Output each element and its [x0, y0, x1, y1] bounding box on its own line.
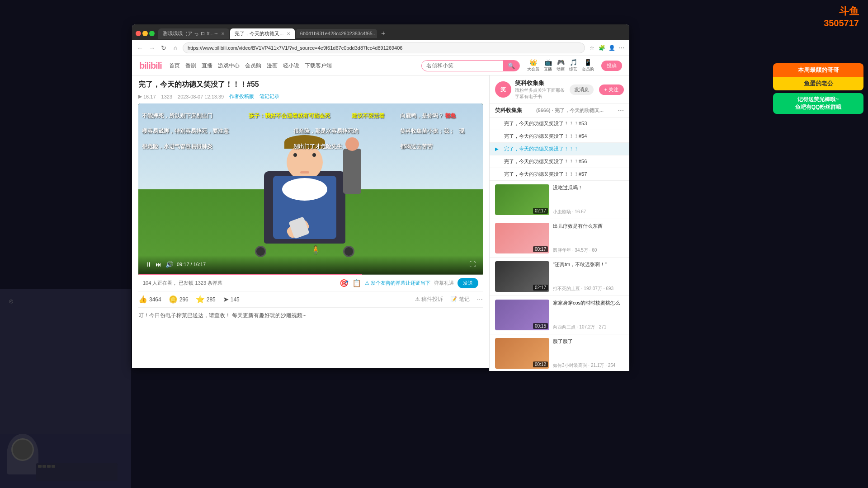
tab-2[interactable]: 完了，今天的功德又... ✕ — [230, 28, 294, 39]
video-player[interactable]: 不能摔死，所以别下床别出门 楼容易崴脚，特别容易摔死，要注意 很危险，水进气管容… — [138, 103, 483, 275]
fullscreen-button[interactable]: ⛶ — [469, 261, 476, 268]
coin-button[interactable]: 🪙 296 — [169, 295, 189, 304]
sidebar-scroll-area[interactable]: 完了，今天的功德又笑没了！！！#53 完了，今天的功德又笑没了！！！#54 ▶ … — [490, 117, 629, 371]
menu-icon[interactable]: ⋯ — [618, 44, 626, 52]
tab-1[interactable]: 测哦哦哦（ア っ ロ #...→ ✕ — [158, 28, 229, 39]
close-btn[interactable] — [136, 31, 141, 36]
rec-thumb-3: 00:15 — [495, 300, 549, 330]
send-danmaku-button[interactable]: 发送 — [458, 278, 478, 288]
playlist-item-54[interactable]: 完了，今天的功德又笑没了！！！#54 — [490, 130, 629, 143]
barrage-list-icon[interactable]: 📋 — [352, 279, 361, 287]
key — [47, 465, 51, 468]
view-count: 16.17 — [143, 94, 156, 99]
new-tab-button[interactable]: + — [378, 28, 389, 39]
nav-download[interactable]: 下载客户端 — [305, 62, 332, 70]
icon-member-purchase[interactable]: 📱 会员购 — [582, 59, 594, 72]
tab-bar: 测哦哦哦（ア っ ロ #...→ ✕ 完了，今天的功德又... ✕ 6b041b… — [132, 24, 629, 40]
playlist-item-current[interactable]: ▶ 完了，今天的功德又笑没了！！！ — [490, 143, 629, 155]
navigation-bar: 首页 番剧 直播 游戏中心 会员购 漫画 轻小说 下载客户端 — [169, 62, 332, 70]
like-button[interactable]: 👍 3464 — [138, 295, 161, 304]
next-button[interactable]: ⏭ — [156, 261, 162, 268]
rec-info-3: 家家身穿cos的时时枚蜜桃怎么 向西两三点 · 107.2万 · 271 — [553, 300, 624, 330]
extensions-icon[interactable]: 🧩 — [598, 44, 606, 52]
nav-home[interactable]: 首页 — [169, 62, 180, 70]
url-input[interactable] — [183, 42, 585, 53]
playlist-item-53[interactable]: 完了，今天的功德又笑没了！！！#53 — [490, 117, 629, 130]
rec-thumb-1: 00:17 — [495, 223, 549, 253]
back-button[interactable]: ← — [136, 43, 145, 52]
follow-button[interactable]: + 关注 — [599, 84, 624, 95]
fan-body — [7, 434, 38, 474]
forward-button[interactable]: → — [147, 43, 156, 52]
nav-comic[interactable]: 漫画 — [267, 62, 278, 70]
coin-icon: 🪙 — [169, 295, 178, 304]
nav-manga[interactable]: 番剧 — [185, 62, 196, 70]
collect-count: 285 — [207, 296, 216, 303]
share-button[interactable]: ➤ 145 — [223, 295, 240, 304]
playlist-item-label: 完了，今天的功德又笑没了！！！#56 — [504, 158, 587, 165]
playlist-item-57[interactable]: 完了，今天的功德又笑没了！！！#57 — [490, 168, 629, 181]
danmaku-settings-label[interactable]: 弹幕礼遇 — [434, 280, 454, 286]
address-bar: ← → ↻ ⌂ ☆ 🧩 👤 ⋯ — [132, 40, 629, 56]
barrage-settings-icon[interactable]: 🎯 — [340, 279, 349, 287]
video-title: 完了，今天的功德又笑没了！！！#55 — [138, 80, 483, 89]
rec-card-0[interactable]: 02:17 没吃过瓜吗！ 小虫剧场 · 16.67 — [490, 181, 629, 219]
minimize-btn[interactable] — [142, 31, 148, 36]
adult-head — [345, 137, 359, 151]
tab-3[interactable]: 6b041b931e428cc2602383c4f65... ✕ — [296, 29, 377, 38]
refresh-button[interactable]: ↻ — [159, 43, 168, 52]
playlist-item-56[interactable]: 完了，今天的功德又笑没了！！！#56 — [490, 155, 629, 168]
account-icon[interactable]: 👤 — [608, 44, 616, 52]
notes-link[interactable]: 笔记记录 — [259, 93, 279, 100]
search-input[interactable] — [422, 61, 503, 70]
nav-live[interactable]: 直播 — [202, 62, 212, 70]
upload-button[interactable]: 投稿 — [601, 61, 622, 71]
maximize-btn[interactable] — [149, 31, 155, 36]
report-icon[interactable]: ⚠ 发个友善的弹幕让还证当下 — [365, 280, 430, 286]
variety-label: 综艺 — [569, 66, 577, 72]
rec-card-3[interactable]: 00:15 家家身穿cos的时时枚蜜桃怎么 向西两三点 · 107.2万 · 2… — [490, 296, 629, 334]
volume-icon[interactable]: 🔊 — [165, 261, 173, 268]
playlist-item-label: 完了，今天的功德又笑没了！！！#54 — [504, 133, 587, 140]
stroller-frame — [246, 158, 363, 257]
video-description: 叮！今日份电子榨菜已送达，请查收！ 每天更新有趣好玩的沙雕视频~ — [138, 311, 483, 320]
rec-title-2: "还真tm，不敢迟张啊！" — [553, 261, 624, 268]
video-meta: ▶ 16.17 1323 2023-08-07 12:13:39 作者投稿版 笔… — [138, 93, 483, 100]
nav-member[interactable]: 会员购 — [245, 62, 261, 70]
progress-track[interactable] — [138, 274, 483, 275]
playlist-more-icon[interactable]: ⋯ — [618, 107, 624, 114]
search-button[interactable]: 🔍 — [503, 61, 519, 71]
report-link[interactable]: ⚠ 稿件投诉 — [415, 296, 443, 303]
channel-info: 笑 笑科收集集 请粉丝多点关注下面那条字幕有电子书 发消息 + 关注 — [490, 75, 629, 104]
nav-game[interactable]: 游戏中心 — [218, 62, 240, 70]
playlist-play-icon: ▶ — [495, 146, 501, 151]
vip-label: 大会员 — [527, 66, 539, 72]
bilibili-logo[interactable]: bilibili — [139, 61, 162, 71]
nav-novel[interactable]: 轻小说 — [283, 62, 299, 70]
author-label: 作者投稿版 — [229, 93, 254, 100]
key — [42, 465, 46, 468]
icon-anime[interactable]: 🎮 动画 — [557, 59, 565, 72]
video-bottom-controls[interactable]: ⏸ ⏭ 🔊 09:17 / 16:17 ⛶ — [138, 255, 483, 275]
progress-fill — [138, 274, 362, 275]
rec-card-2[interactable]: 02:17 "还真tm，不敢迟张啊！" 打不死的土豆 · 192.07万 · 6… — [490, 258, 629, 296]
rec-card-4[interactable]: 00:12 服了服了 如何3小时装高兴 · 21.1万 · 254 — [490, 334, 629, 371]
note-link[interactable]: 📝 笔记 — [450, 296, 469, 303]
collect-button[interactable]: ⭐ 285 — [196, 295, 216, 304]
icon-vip[interactable]: 👑 大会员 — [527, 59, 539, 72]
icon-variety[interactable]: 🎵 综艺 — [569, 59, 577, 72]
notes-meta[interactable]: 笔记记录 — [259, 93, 279, 100]
home-button[interactable]: ⌂ — [171, 43, 180, 52]
bookmark-icon[interactable]: ☆ — [588, 44, 596, 52]
play-button[interactable]: ⏸ — [146, 261, 152, 268]
send-message-button[interactable]: 发消息 — [570, 84, 594, 95]
tab-2-close[interactable]: ✕ — [287, 31, 290, 36]
rec-card-1[interactable]: 00:17 出儿疗效是有什么东西 圆胖年年 · 34.5万 · 60 — [490, 219, 629, 258]
icon-live[interactable]: 📺 直播 — [544, 59, 552, 72]
rec-duration-0: 02:17 — [533, 208, 548, 214]
baby-jacket — [273, 176, 336, 239]
collect-icon: ⭐ — [196, 295, 205, 304]
more-button[interactable]: ··· — [477, 296, 483, 304]
tab-1-close[interactable]: ✕ — [221, 31, 225, 36]
right-icons: 👑 大会员 📺 直播 🎮 动画 🎵 综艺 📱 会员购 — [527, 59, 594, 72]
